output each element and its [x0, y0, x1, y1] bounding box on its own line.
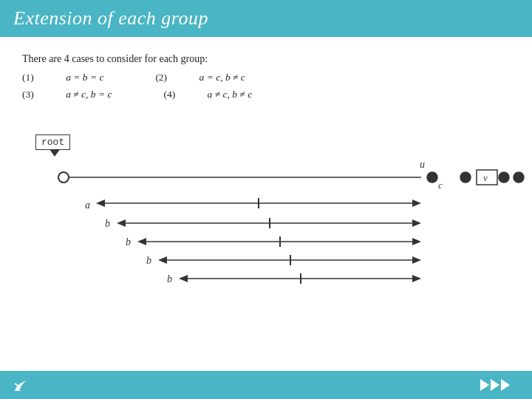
case-1-expr: a = b = c: [66, 69, 103, 86]
line-a-left-arrow: [96, 200, 105, 207]
line-b3-right-arrow: [412, 256, 421, 264]
footer-left: [10, 375, 31, 395]
page-title: Extension of each group: [0, 0, 532, 37]
line-a-right-arrow: [412, 200, 421, 207]
diagram-svg: u c v a b: [22, 111, 525, 332]
footer-arrows[interactable]: [477, 375, 522, 395]
line-b1-right-arrow: [412, 219, 421, 227]
line-b4-label: b: [167, 273, 172, 284]
line-b3-left-arrow: [158, 256, 167, 264]
u-node: [427, 172, 437, 183]
svg-marker-1: [491, 379, 499, 391]
cases-row-1: (1) a = b = c (2) a = c, b ≠ c: [22, 69, 510, 86]
root-label: root: [35, 134, 70, 150]
line-b4-left-arrow: [179, 275, 188, 282]
svg-marker-0: [480, 379, 489, 391]
c-label: c: [438, 180, 443, 191]
node-right-1: [499, 172, 509, 183]
footer-logo-icon: [10, 375, 31, 395]
line-b2-left-arrow: [137, 238, 146, 245]
root-circle: [58, 172, 69, 183]
svg-marker-2: [501, 379, 510, 391]
cases-row-2: (3) a ≠ c, b = c (4) a ≠ c, b ≠ c: [22, 86, 510, 103]
cases-intro: There are 4 cases to consider for each g…: [22, 50, 510, 68]
case-1-num: (1): [22, 69, 36, 86]
case-3-num: (3): [22, 86, 36, 103]
main-content: There are 4 cases to consider for each g…: [0, 37, 532, 332]
case-3-expr: a ≠ c, b = c: [66, 86, 112, 103]
case-2-num: (2): [155, 69, 169, 86]
line-b1-label: b: [105, 218, 110, 229]
case-4-expr: a ≠ c, b ≠ c: [208, 86, 253, 103]
line-b2-right-arrow: [412, 238, 421, 245]
diagram: root u c v a: [22, 111, 525, 332]
line-b3-label: b: [146, 255, 151, 266]
line-a-label: a: [85, 200, 90, 211]
u-label: u: [420, 159, 425, 170]
c-node: [460, 172, 471, 183]
line-b1-left-arrow: [117, 219, 126, 227]
cases-block: There are 4 cases to consider for each g…: [22, 50, 510, 103]
footer: [0, 371, 532, 399]
line-b4-right-arrow: [412, 275, 421, 282]
line-b2-label: b: [126, 236, 131, 248]
chevron-right-icon[interactable]: [477, 375, 522, 395]
v-label: v: [483, 172, 488, 183]
case-2-expr: a = c, b ≠ c: [200, 69, 245, 86]
node-right-2: [514, 172, 524, 183]
case-4-num: (4): [163, 86, 177, 103]
